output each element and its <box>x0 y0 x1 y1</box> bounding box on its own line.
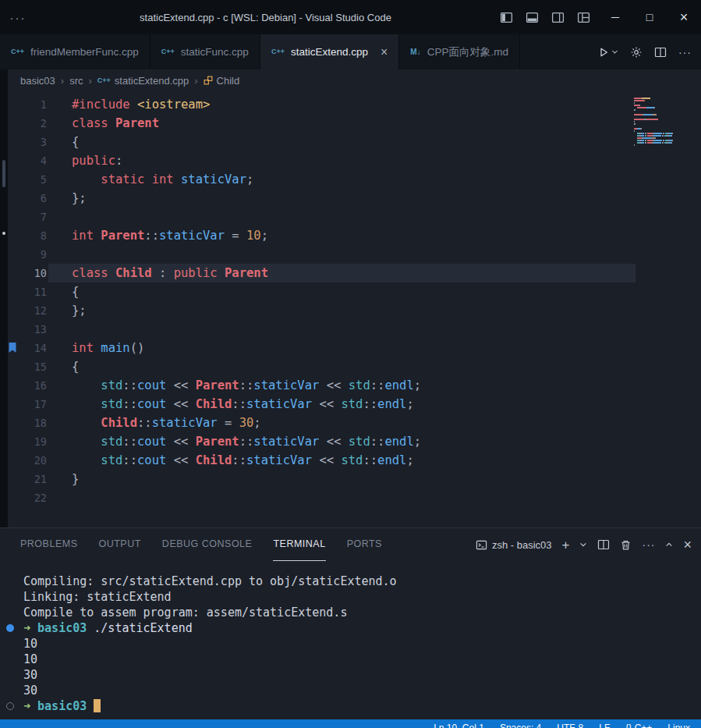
editor-tab[interactable]: C++staticExtend.cpp× <box>260 34 399 69</box>
code-line[interactable]: 8int Parent::staticVar = 10; <box>0 226 701 245</box>
settings-gear-icon[interactable] <box>630 46 643 59</box>
tab-label: staticExtend.cpp <box>291 46 368 58</box>
panel-tabs: PROBLEMSOUTPUTDEBUG CONSOLETERMINALPORTS <box>20 528 476 561</box>
terminal-text: Compiling: src/staticExtend.cpp to obj/s… <box>23 574 397 588</box>
prompt-cwd: basic03 <box>37 621 94 635</box>
status-item[interactable]: {} C++ <box>625 719 652 728</box>
command-decoration-icon[interactable] <box>6 624 14 632</box>
terminal-output-line: Compiling: src/staticExtend.cpp to obj/s… <box>23 574 701 589</box>
panel-tab-terminal[interactable]: TERMINAL <box>273 528 325 561</box>
panel-tab-ports[interactable]: PORTS <box>347 528 382 561</box>
close-window-button[interactable]: × <box>667 0 701 34</box>
code-line[interactable]: 6}; <box>0 189 701 208</box>
layout-controls <box>500 11 590 24</box>
code-line[interactable]: 4public: <box>0 151 701 170</box>
code-line[interactable]: 18 Child::staticVar = 30; <box>0 414 701 432</box>
code-line[interactable]: 3{ <box>0 133 701 151</box>
symbol-class-icon <box>204 76 213 85</box>
terminal-session-label[interactable]: zsh - basic03 <box>476 539 552 551</box>
editor-tab[interactable]: C++staticFunc.cpp <box>150 34 260 69</box>
toggle-secondary-sidebar-icon[interactable] <box>551 11 565 24</box>
run-dropdown-chevron-icon <box>611 48 618 55</box>
more-actions-icon[interactable]: ··· <box>678 47 692 58</box>
code-line[interactable]: 12}; <box>0 301 701 320</box>
breadcrumb-item[interactable]: src <box>69 75 83 87</box>
terminal-text: Linking: staticExtend <box>23 590 172 604</box>
panel-tab-problems[interactable]: PROBLEMS <box>20 528 77 561</box>
code-line[interactable]: 1#include <iostream> <box>0 95 701 114</box>
code-line[interactable]: 5 static int staticVar; <box>0 170 701 189</box>
code-line[interactable]: 15{ <box>0 357 701 376</box>
menu-overflow-icon[interactable]: ··· <box>0 11 36 24</box>
code-editor: 1#include <iostream>2class Parent3{4publ… <box>0 91 701 527</box>
panel-tab-output[interactable]: OUTPUT <box>98 528 140 561</box>
maximize-button[interactable]: □ <box>632 0 667 34</box>
cpp-file-icon: C++ <box>161 48 175 55</box>
code-text: }; <box>48 301 87 320</box>
status-item[interactable]: Spaces: 4 <box>500 719 541 728</box>
code-line[interactable]: 11{ <box>0 282 701 301</box>
terminal-output-line: Linking: staticExtend <box>23 589 701 605</box>
code-text <box>48 245 72 264</box>
code-line[interactable]: 10class Child : public Parent <box>0 264 701 282</box>
breadcrumb-label: Child <box>217 75 240 87</box>
prompt-arrow: ➜ <box>23 699 37 713</box>
code-line[interactable]: 13 <box>0 320 701 339</box>
status-item[interactable]: LF <box>599 719 610 728</box>
editor-tab[interactable]: M↓CPP面向对象.md <box>399 34 520 69</box>
line-number: 18 <box>34 417 47 429</box>
code-line[interactable]: 7 <box>0 208 701 226</box>
code-line[interactable]: 17 std::cout << Child::staticVar << std:… <box>0 395 701 414</box>
code-line[interactable]: 19 std::cout << Parent::staticVar << std… <box>0 432 701 451</box>
terminal-session-text: zsh - basic03 <box>492 539 552 551</box>
toggle-primary-sidebar-icon[interactable] <box>500 11 513 24</box>
customize-layout-icon[interactable] <box>577 11 590 24</box>
minimap[interactable] <box>634 98 681 149</box>
code-line[interactable]: 2class Parent <box>0 114 701 133</box>
code-text <box>48 488 72 507</box>
toggle-panel-icon[interactable] <box>526 11 539 24</box>
code-line[interactable]: 21} <box>0 470 701 488</box>
breadcrumb-item[interactable]: Child <box>204 75 240 87</box>
code-text: #include <iostream> <box>48 95 210 114</box>
new-terminal-icon[interactable]: + <box>562 538 570 552</box>
panel-tab-debug-console[interactable]: DEBUG CONSOLE <box>162 528 253 561</box>
run-or-debug-button[interactable] <box>597 46 618 59</box>
line-number: 8 <box>41 229 47 242</box>
code-text: { <box>48 282 79 301</box>
code-text: std::cout << Child::staticVar << std::en… <box>48 395 414 414</box>
status-item[interactable]: UTF-8 <box>557 719 583 728</box>
breadcrumb-item[interactable]: basic03 <box>20 75 55 87</box>
code-line[interactable]: 22 <box>0 488 701 507</box>
code-text: std::cout << Parent::staticVar << std::e… <box>48 376 421 395</box>
code-text: public: <box>48 151 122 170</box>
terminal-prompt-line: ➜ basic03 ./staticExtend <box>23 620 701 636</box>
maximize-panel-icon[interactable] <box>665 541 673 549</box>
code-line[interactable]: 20 std::cout << Child::staticVar << std:… <box>0 451 701 470</box>
line-number: 9 <box>41 248 47 261</box>
code-line[interactable]: 16 std::cout << Parent::staticVar << std… <box>0 376 701 395</box>
tab-bar-tabs: C++friendMemberFunc.cppC++staticFunc.cpp… <box>0 34 588 69</box>
editor-tab[interactable]: C++friendMemberFunc.cpp <box>0 34 150 69</box>
command-decoration-icon[interactable] <box>6 702 14 710</box>
kill-terminal-icon[interactable] <box>620 539 632 551</box>
close-tab-icon[interactable]: × <box>381 46 388 59</box>
split-terminal-icon[interactable] <box>597 538 610 551</box>
status-item[interactable]: Linux <box>667 719 690 728</box>
code-line[interactable]: 14int main() <box>0 339 701 357</box>
code-line[interactable]: 9 <box>0 245 701 264</box>
line-number: 5 <box>41 173 47 186</box>
line-number: 10 <box>34 267 47 279</box>
line-number: 21 <box>34 473 47 485</box>
minimize-button[interactable]: ─ <box>598 0 632 34</box>
more-actions-icon[interactable]: ··· <box>642 539 655 550</box>
close-panel-icon[interactable]: × <box>683 538 692 552</box>
terminal-content[interactable]: Compiling: src/staticExtend.cpp to obj/s… <box>0 561 701 714</box>
launch-profile-chevron-icon[interactable] <box>579 541 587 549</box>
breadcrumb-item[interactable]: C++staticExtend.cpp <box>97 75 189 87</box>
rail-dot <box>2 232 5 235</box>
status-item[interactable]: Ln 10, Col 1 <box>434 719 484 728</box>
split-editor-icon[interactable] <box>654 46 667 59</box>
code-text: { <box>48 133 79 151</box>
panel-header: PROBLEMSOUTPUTDEBUG CONSOLETERMINALPORTS… <box>0 528 701 561</box>
